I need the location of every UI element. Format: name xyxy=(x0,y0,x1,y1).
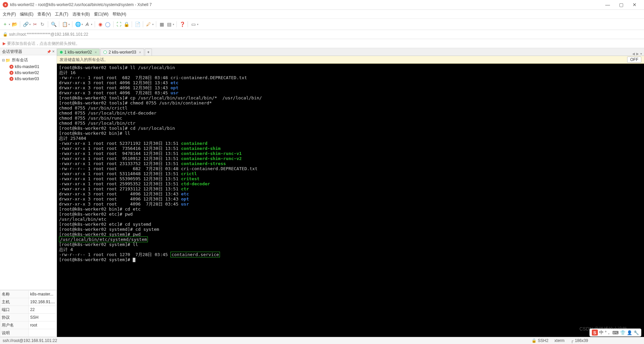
tab-close-icon[interactable]: × xyxy=(139,50,141,54)
session-tree: ⊟ 📁 所有会话 ✦k8s-master01 ✦k8s-worker02 ✦k8… xyxy=(0,55,57,290)
app-icon: ✦ xyxy=(3,2,8,7)
link-icon[interactable]: 🔗 xyxy=(23,21,29,27)
status-term: xterm xyxy=(554,338,565,343)
status-size: 186x39 xyxy=(575,338,588,343)
notes-icon[interactable]: 📄 xyxy=(134,21,140,27)
session-icon: ✦ xyxy=(9,77,13,81)
toolbar: ＋▾ 📂 🔗▾ ✂ ↻ 🔍 📋▾ 🌐▾ A▾ ◉ ◯ ⛶ 🔒 📄 🖊▾ ▦ ▤▾… xyxy=(0,19,644,30)
prop-value: 192.168.91.... xyxy=(29,298,56,306)
collapse-icon[interactable]: ⊟ xyxy=(2,58,5,62)
prop-value xyxy=(29,329,56,337)
menu-tabs[interactable]: 选项卡(B) xyxy=(72,11,90,17)
hint-bar: ▶ 要添加当前会话，点击左侧的箭头按钮。 xyxy=(0,39,644,48)
ssh-status-icon: 🔒 xyxy=(532,338,537,343)
flag-icon: ▶ xyxy=(3,41,6,46)
highlight-pwd: /usr/local/bin/etc/systemd/system xyxy=(59,237,148,242)
stop-icon[interactable]: ◯ xyxy=(105,21,111,27)
broadcast-toggle[interactable]: OFF xyxy=(627,57,641,63)
highlight-icon[interactable]: 🖊 xyxy=(146,21,152,27)
session-manager-pane: 会话管理器 📌 × ⊟ 📁 所有会话 ✦k8s-master01 ✦k8s-wo… xyxy=(0,48,57,337)
tab-close-icon[interactable]: × xyxy=(95,50,97,54)
prop-label: 说明 xyxy=(0,329,29,337)
tree-root[interactable]: ⊟ 📁 所有会话 xyxy=(0,57,57,64)
terminal[interactable]: [root@k8s-worker02 tools]# ll /usr/local… xyxy=(57,64,644,337)
record-icon[interactable]: ◉ xyxy=(97,21,103,27)
new-session-icon[interactable]: ＋ xyxy=(2,21,8,27)
minimize-button[interactable]: — xyxy=(601,2,614,7)
menu-edit[interactable]: 编辑(E) xyxy=(20,11,33,17)
expand-icon[interactable]: ⛶ xyxy=(116,21,122,27)
ime-logo-icon: S xyxy=(592,330,598,336)
layout2-icon[interactable]: ▤ xyxy=(166,21,172,27)
highlight-service: containerd.service xyxy=(170,252,220,257)
tab-strip: 1 k8s-worker02× 2 k8s-worker03× + ◀▶▾ xyxy=(57,48,644,56)
open-icon[interactable]: 📂 xyxy=(11,21,18,27)
window-title: k8s-worker02 - root@k8s-worker02:/usr/lo… xyxy=(10,2,601,7)
menu-file[interactable]: 文件(F) xyxy=(3,11,16,17)
tab-k8s-worker02[interactable]: 1 k8s-worker02× xyxy=(57,49,100,56)
property-grid: 名称k8s-master... 主机192.168.91.... 端口22 协议… xyxy=(0,290,57,337)
tree-node[interactable]: ✦k8s-master01 xyxy=(0,64,57,70)
status-ssh: SSH2 xyxy=(538,338,548,343)
broadcast-bar: 发送键盘输入的所有会话。 OFF xyxy=(57,56,644,64)
menu-bar: 文件(F) 编辑(E) 查看(V) 工具(T) 选项卡(B) 窗口(W) 帮助(… xyxy=(0,10,644,19)
address-bar[interactable]: 🔒 ssh://root:***************@192.168.91.… xyxy=(0,30,644,39)
address-url: ssh://root:***************@192.168.91.10… xyxy=(9,32,88,37)
prop-label: 协议 xyxy=(0,314,29,321)
tree-root-label: 所有会话 xyxy=(12,57,28,63)
menu-help[interactable]: 帮助(H) xyxy=(112,11,126,17)
ime-user-icon[interactable]: 👤 xyxy=(627,330,632,335)
dropdown-icon[interactable]: ▭ xyxy=(190,21,196,27)
lock-icon[interactable]: 🔒 xyxy=(123,21,129,27)
prop-value: k8s-master... xyxy=(29,290,56,298)
prop-value: 22 xyxy=(29,306,56,314)
tree-node[interactable]: ✦k8s-worker02 xyxy=(0,70,57,76)
copy-icon[interactable]: 📋 xyxy=(62,21,68,27)
terminal-cursor xyxy=(133,258,135,262)
ime-tool-icon[interactable]: 🔧 xyxy=(634,330,639,335)
pane-close-icon[interactable]: × xyxy=(52,49,55,54)
tab-status-icon xyxy=(103,51,107,54)
disconnect-icon[interactable]: ✂ xyxy=(32,21,38,27)
prop-value: root xyxy=(29,321,56,329)
pane-title-bar: 会话管理器 📌 × xyxy=(0,48,57,55)
title-bar: ✦ k8s-worker02 - root@k8s-worker02:/usr/… xyxy=(0,0,644,10)
menu-window[interactable]: 窗口(W) xyxy=(94,11,108,17)
session-icon: ✦ xyxy=(9,65,13,69)
prop-value: SSH xyxy=(29,314,56,321)
tab-k8s-worker03[interactable]: 2 k8s-worker03× xyxy=(100,49,144,56)
ime-punct-icon[interactable]: °， xyxy=(605,330,611,336)
globe-icon[interactable]: 🌐 xyxy=(75,21,81,27)
pin-icon[interactable]: 📌 xyxy=(47,50,51,54)
lock-small-icon: 🔒 xyxy=(3,32,8,37)
prop-label: 端口 xyxy=(0,306,29,314)
status-bar: ssh://root@192.168.91.101:22 🔒SSH2 xterm… xyxy=(0,337,644,344)
ime-skin-icon[interactable]: 👕 xyxy=(620,330,625,335)
close-button[interactable]: ✕ xyxy=(628,2,641,7)
menu-view[interactable]: 查看(V) xyxy=(37,11,51,17)
tab-add-button[interactable]: + xyxy=(145,49,152,56)
session-icon: ✦ xyxy=(9,71,13,75)
prop-label: 主机 xyxy=(0,298,29,306)
ime-keyboard-icon[interactable]: ⌨ xyxy=(612,330,619,335)
reconnect-icon[interactable]: ↻ xyxy=(39,21,45,27)
menu-tools[interactable]: 工具(T) xyxy=(55,11,68,17)
tree-node[interactable]: ✦k8s-worker03 xyxy=(0,76,57,82)
layout1-icon[interactable]: ▦ xyxy=(159,21,165,27)
font-icon[interactable]: A xyxy=(84,21,90,27)
tab-status-icon xyxy=(60,51,63,54)
broadcast-text: 发送键盘输入的所有会话。 xyxy=(60,57,627,63)
folder-icon: 📁 xyxy=(5,58,10,63)
prop-label: 用户名 xyxy=(0,321,29,329)
maximize-button[interactable]: ▢ xyxy=(614,2,628,7)
tab-nav-menu-icon[interactable]: ▾ xyxy=(640,52,642,56)
search-icon[interactable]: 🔍 xyxy=(51,21,57,27)
ime-bar[interactable]: S 中 °， ⌨ 👕 👤 🔧 xyxy=(589,329,641,337)
tab-nav-left-icon[interactable]: ◀ xyxy=(632,52,635,56)
pane-title: 会话管理器 xyxy=(2,49,22,55)
status-url: ssh://root@192.168.91.101:22 xyxy=(3,338,57,343)
help-icon[interactable]: ❓ xyxy=(179,21,185,27)
ime-mode: 中 xyxy=(599,330,604,336)
tab-nav-right-icon[interactable]: ▶ xyxy=(636,52,639,56)
prop-label: 名称 xyxy=(0,290,29,298)
